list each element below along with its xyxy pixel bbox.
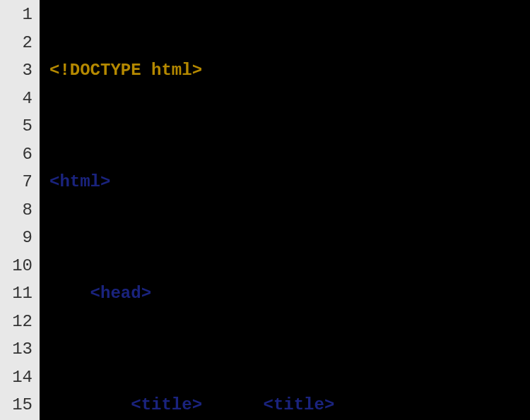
line-number: 10 — [4, 252, 33, 280]
tag-bracket: > — [100, 172, 110, 191]
tag-bracket: > — [192, 395, 202, 414]
code-line: <head> — [49, 280, 530, 308]
line-number: 1 — [4, 1, 33, 29]
line-number: 7 — [4, 168, 33, 196]
doctype-name: DOCTYPE html — [70, 61, 192, 80]
line-number: 2 — [4, 29, 33, 57]
line-number: 4 — [4, 85, 33, 113]
line-number: 9 — [4, 224, 33, 252]
line-number: 5 — [4, 112, 33, 140]
doctype-bracket: > — [192, 61, 202, 80]
line-number: 11 — [4, 280, 33, 308]
line-number: 15 — [4, 391, 33, 419]
code-line: <title> <title> — [49, 391, 530, 419]
code-editor-area[interactable]: <!DOCTYPE html> <html> <head> <title> <t… — [40, 0, 530, 420]
line-number: 6 — [4, 140, 33, 169]
tag-bracket: > — [324, 395, 334, 414]
code-line: <!DOCTYPE html> — [49, 56, 530, 85]
line-number: 8 — [4, 196, 33, 224]
tag-bracket: < — [90, 284, 100, 303]
indent — [49, 284, 90, 303]
line-number: 13 — [4, 335, 33, 364]
tag-name: html — [59, 172, 100, 191]
line-number: 12 — [4, 308, 33, 336]
line-number-gutter: 1 2 3 4 5 6 7 8 9 10 11 12 13 14 15 — [0, 0, 40, 420]
tag-name: title — [273, 395, 324, 414]
indent — [49, 395, 131, 414]
tag-bracket: < — [49, 172, 59, 191]
tag-bracket: < — [131, 395, 141, 414]
tag-bracket: > — [141, 284, 151, 303]
tag-bracket: < — [263, 395, 273, 414]
line-number: 3 — [4, 56, 33, 85]
tag-name: head — [100, 284, 141, 303]
gap — [202, 395, 263, 414]
line-number: 14 — [4, 364, 33, 392]
doctype-bracket: <! — [49, 61, 70, 80]
tag-name: title — [141, 395, 192, 414]
code-line: <html> — [49, 168, 530, 196]
